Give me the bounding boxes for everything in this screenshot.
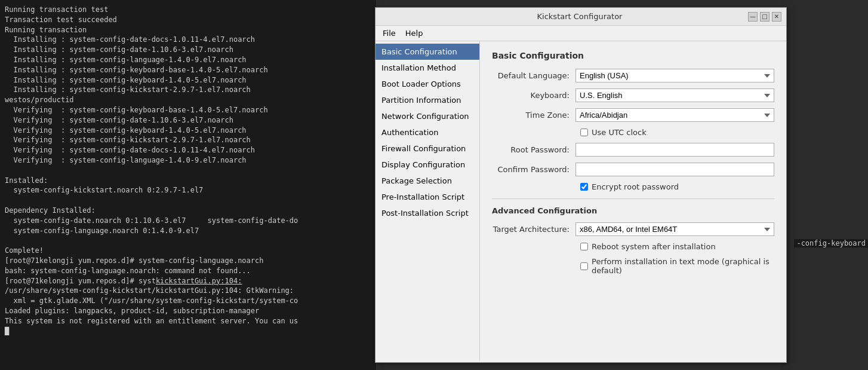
text-mode-row: Perform installation in text mode (graph… [492,257,774,275]
confirm-password-input[interactable] [575,163,774,176]
minimize-button[interactable]: — [748,12,758,22]
default-language-row: Default Language: English (USA) [492,69,774,82]
keyboard-label: Keyboard: [492,91,575,100]
default-language-label: Default Language: [492,71,575,80]
menu-help[interactable]: Help [401,27,428,39]
utc-clock-row: Use UTC clock [492,128,774,137]
keyboard-wrap: U.S. English [575,88,774,102]
time-zone-label: Time Zone: [492,111,575,120]
terminal: Running transaction test Transaction tes… [0,0,376,370]
target-arch-row: Target Architecture: x86, AMD64, or Inte… [492,222,774,236]
advanced-section-title: Advanced Configuration [492,206,774,215]
root-password-label: Root Password: [492,145,575,154]
target-arch-label: Target Architecture: [492,225,575,234]
content-area: Basic Configuration Installation Method … [375,41,786,361]
sidebar-item-partition-information[interactable]: Partition Information [375,92,479,108]
close-button[interactable]: ✕ [772,12,781,22]
menubar: File Help [375,26,786,41]
encrypt-password-row: Encrypt root password [492,182,774,191]
menu-file[interactable]: File [378,27,401,39]
text-mode-checkbox[interactable] [580,262,588,270]
default-language-wrap: English (USA) [575,69,774,82]
sidebar-item-display-configuration[interactable]: Display Configuration [375,157,479,173]
target-arch-select[interactable]: x86, AMD64, or Intel EM64T [575,222,774,236]
sidebar-item-installation-method[interactable]: Installation Method [375,60,479,76]
text-mode-label[interactable]: Perform installation in text mode (graph… [592,257,774,275]
root-password-row: Root Password: [492,143,774,157]
root-password-input[interactable] [575,143,774,157]
default-language-select[interactable]: English (USA) [575,69,774,82]
sidebar-item-post-installation-script[interactable]: Post-Installation Script [375,205,479,221]
time-zone-wrap: Africa/Abidjan [575,108,774,122]
target-arch-wrap: x86, AMD64, or Intel EM64T [575,222,774,236]
sidebar-item-firewall-configuration[interactable]: Firewall Configuration [375,140,479,157]
time-zone-select[interactable]: Africa/Abidjan [575,108,774,122]
sidebar-item-package-selection[interactable]: Package Selection [375,173,479,189]
sidebar-item-boot-loader-options[interactable]: Boot Loader Options [375,76,479,92]
reboot-row: Reboot system after installation [492,242,774,251]
utc-clock-label[interactable]: Use UTC clock [592,128,647,137]
sidebar: Basic Configuration Installation Method … [375,41,480,361]
kickstart-window: Kickstart Configurator — □ ✕ File Help B… [375,7,787,363]
sidebar-item-pre-installation-script[interactable]: Pre-Installation Script [375,189,479,205]
window-controls: — □ ✕ [748,12,781,22]
keyboard-row: Keyboard: U.S. English [492,88,774,102]
terminal-overflow: -config-keyboard [794,239,868,247]
sidebar-item-authentication[interactable]: Authentication [375,124,479,140]
reboot-label[interactable]: Reboot system after installation [592,242,716,251]
terminal-output: Running transaction test Transaction tes… [5,5,371,336]
reboot-checkbox[interactable] [580,243,588,250]
time-zone-row: Time Zone: Africa/Abidjan [492,108,774,122]
confirm-password-wrap [575,163,774,176]
utc-clock-checkbox[interactable] [580,129,588,136]
section-divider [492,198,774,199]
root-password-wrap [575,143,774,157]
window-title: Kickstart Configurator [411,12,748,21]
maximize-button[interactable]: □ [760,12,769,22]
sidebar-item-basic-configuration[interactable]: Basic Configuration [375,44,479,60]
encrypt-password-checkbox[interactable] [580,183,588,191]
encrypt-password-label[interactable]: Encrypt root password [592,182,679,191]
section-title: Basic Configuration [492,51,774,60]
keyboard-select[interactable]: U.S. English [575,88,774,102]
confirm-password-row: Confirm Password: [492,163,774,176]
sidebar-item-network-configuration[interactable]: Network Configuration [375,108,479,124]
title-bar: Kickstart Configurator — □ ✕ [375,8,786,26]
main-panel: Basic Configuration Default Language: En… [480,41,786,361]
confirm-password-label: Confirm Password: [492,165,575,174]
